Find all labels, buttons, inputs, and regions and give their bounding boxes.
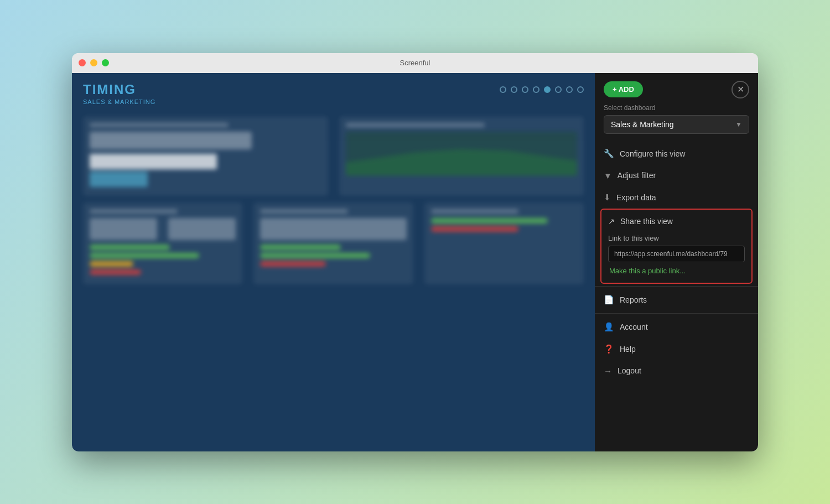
- add-button[interactable]: + ADD: [604, 81, 643, 97]
- dashboard-select-value: Sales & Marketing: [611, 120, 674, 129]
- configure-label: Configure this view: [620, 149, 685, 158]
- main-content: TIMING SALES & MARKETING: [72, 73, 595, 451]
- dot-7[interactable]: [566, 86, 573, 93]
- reports-icon: 📄: [604, 295, 614, 305]
- traffic-lights: [79, 59, 109, 66]
- share-section: ↗ Share this view Link to this view http…: [600, 209, 753, 284]
- export-menu-item[interactable]: ⬇ Export data: [595, 186, 758, 209]
- app-body: TIMING SALES & MARKETING: [72, 73, 758, 451]
- filter-label: Adjust filter: [618, 171, 656, 180]
- close-sidebar-button[interactable]: ✕: [732, 81, 749, 98]
- filter-icon: ▼: [604, 171, 612, 180]
- minimize-button[interactable]: [90, 59, 97, 66]
- main-header: TIMING SALES & MARKETING: [72, 73, 595, 111]
- dot-1[interactable]: [500, 86, 506, 93]
- help-label: Help: [620, 345, 636, 354]
- dashboard-content: [72, 111, 595, 297]
- metric-card-2: [339, 116, 584, 196]
- logout-menu-item[interactable]: → Logout: [595, 360, 758, 382]
- help-menu-item[interactable]: ❓ Help: [595, 338, 758, 360]
- account-icon: 👤: [604, 322, 614, 332]
- dot-8[interactable]: [577, 86, 584, 93]
- close-button[interactable]: [79, 59, 86, 66]
- link-label: Link to this view: [608, 234, 745, 242]
- logout-label: Logout: [618, 366, 641, 375]
- select-label: Select dashboard: [595, 104, 758, 115]
- public-link-button[interactable]: Make this a public link...: [608, 267, 745, 275]
- timing-title: TIMING: [83, 82, 155, 97]
- dots-navigation[interactable]: [500, 86, 584, 93]
- share-label: Share this view: [620, 217, 673, 226]
- logout-icon: →: [604, 366, 612, 376]
- app-title: TIMING SALES & MARKETING: [83, 82, 155, 105]
- titlebar: Screenful: [72, 53, 758, 73]
- dot-4[interactable]: [533, 86, 540, 93]
- reports-menu-item[interactable]: 📄 Reports: [595, 289, 758, 311]
- export-label: Export data: [616, 193, 656, 202]
- export-icon: ⬇: [604, 193, 611, 202]
- configure-menu-item[interactable]: 🔧 Configure this view: [595, 143, 758, 165]
- sidebar-top: + ADD ✕: [595, 73, 758, 104]
- app-window: Screenful TIMING SALES & MARKETING: [72, 53, 758, 451]
- dashboard-select[interactable]: Sales & Marketing ▼: [604, 115, 749, 134]
- metric-card-5: [424, 202, 584, 284]
- link-input[interactable]: https://app.screenful.me/dashboard/79: [608, 246, 745, 262]
- chevron-down-icon: ▼: [735, 121, 742, 128]
- account-menu-item[interactable]: 👤 Account: [595, 316, 758, 338]
- account-label: Account: [620, 323, 648, 331]
- dot-2[interactable]: [511, 86, 517, 93]
- dot-6[interactable]: [555, 86, 562, 93]
- metric-card-1: [83, 116, 328, 196]
- timing-subtitle: SALES & MARKETING: [83, 98, 155, 105]
- metric-card-3: [83, 202, 242, 284]
- fullscreen-button[interactable]: [102, 59, 109, 66]
- dot-5[interactable]: [544, 86, 551, 93]
- dot-3[interactable]: [522, 86, 528, 93]
- window-title: Screenful: [400, 59, 430, 67]
- filter-menu-item[interactable]: ▼ Adjust filter: [595, 165, 758, 186]
- share-header[interactable]: ↗ Share this view: [601, 212, 751, 231]
- divider-1: [595, 286, 758, 287]
- link-section: Link to this view https://app.screenful.…: [601, 231, 751, 280]
- share-icon: ↗: [608, 217, 615, 226]
- divider-2: [595, 313, 758, 314]
- metric-card-4: [253, 202, 413, 284]
- wrench-icon: 🔧: [604, 149, 614, 159]
- help-icon: ❓: [604, 344, 614, 354]
- reports-label: Reports: [620, 295, 647, 304]
- sidebar: + ADD ✕ Select dashboard Sales & Marketi…: [595, 73, 758, 451]
